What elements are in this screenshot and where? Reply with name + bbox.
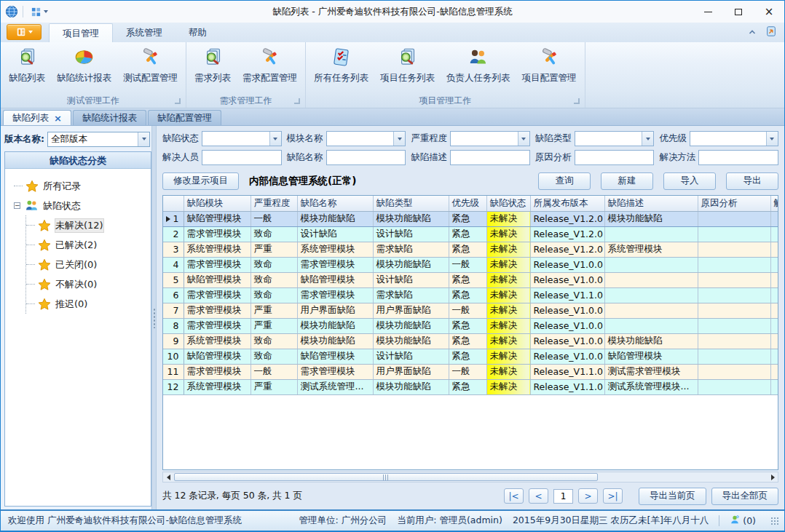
cell[interactable] [770,242,778,257]
table-row[interactable]: 1缺陷管理模块一般模块功能缺陷模块功能缺陷紧急未解决Release_V1.2.0… [163,211,778,226]
cell[interactable] [770,303,778,318]
table-row[interactable]: 9系统管理模块致命模块功能缺陷模块功能缺陷紧急未解决Release_V1.0.0… [163,333,778,349]
row-number-cell[interactable]: 6 [163,287,184,303]
cell[interactable] [698,257,770,272]
cell[interactable] [770,257,778,272]
table-row[interactable]: 7需求管理模块严重用户界面缺陷用户界面缺陷一般未解决Release_V1.0.0 [163,303,778,318]
column-header-2[interactable]: 缺陷名称 [297,196,373,211]
column-header-5[interactable]: 缺陷状态 [486,196,530,211]
cell[interactable]: 用户界面缺陷 [373,364,449,379]
cell[interactable]: 致命 [251,333,297,349]
cell[interactable]: 设计缺陷 [373,349,449,364]
cell[interactable]: 一般 [449,303,486,318]
about-icon[interactable] [765,25,777,40]
table-row[interactable]: 10缺陷管理模块致命缺陷管理模块设计缺陷紧急未解决Release_V1.0.0缺… [163,349,778,364]
cell[interactable]: 紧急 [449,333,486,349]
cell[interactable]: 严重 [251,318,297,333]
cell[interactable]: 模块功能缺陷 [604,333,698,349]
cell[interactable] [770,287,778,303]
table-row[interactable]: 6需求管理模块致命需求管理模块需求缺陷紧急未解决Release_V1.1.0 [163,287,778,303]
cell[interactable] [698,287,770,303]
export-button[interactable]: 导出 [726,172,778,190]
cell[interactable]: 模块功能缺陷 [297,333,373,349]
cell[interactable]: Release_V1.0.0 [530,272,604,287]
cell[interactable]: 一般 [449,257,486,272]
ribbon-button-owner-task-list[interactable]: 负责人任务列表 [441,45,516,87]
cell[interactable]: Release_V1.0.0 [530,303,604,318]
cell[interactable]: 未解决 [486,364,530,379]
filter-combo-severity[interactable] [450,131,530,146]
cell[interactable]: 缺陷管理模块 [297,272,373,287]
ribbon-button-defect-list[interactable]: 缺陷列表 [3,45,51,87]
table-row[interactable]: 11需求管理模块一般需求管理模块用户界面缺陷一般未解决Release_V1.1.… [163,364,778,379]
ribbon-button-project-task-list[interactable]: 项目任务列表 [374,45,441,87]
filter-input-resolver[interactable] [202,150,282,165]
column-header-9[interactable]: 解决方法 [770,196,778,211]
cell[interactable]: 致命 [251,272,297,287]
cell[interactable]: 紧急 [449,287,486,303]
cell[interactable] [770,333,778,349]
ribbon-button-all-task-list[interactable]: 所有任务列表 [308,45,374,87]
cell[interactable]: 模块功能缺陷 [297,211,373,226]
cell[interactable]: 致命 [251,287,297,303]
cell[interactable]: Release_V1.0.0 [530,257,604,272]
column-header-4[interactable]: 优先级 [449,196,486,211]
cell[interactable]: 设计缺陷 [373,226,449,242]
tree-item-wont-fix[interactable]: 不解决(0) [26,274,149,294]
ribbon-button-defect-stats-report[interactable]: 缺陷统计报表 [51,45,117,87]
cell[interactable] [698,333,770,349]
cell[interactable]: 设计缺陷 [297,226,373,242]
column-header-1[interactable]: 严重程度 [251,196,297,211]
filter-input-defect-name[interactable] [326,150,406,165]
row-number-cell[interactable]: 7 [163,303,184,318]
cell[interactable]: 需求管理模块 [297,257,373,272]
cell[interactable]: 模块功能缺陷 [604,211,698,226]
cell[interactable]: 模块功能缺陷 [373,333,449,349]
last-page-button[interactable]: >| [603,488,623,504]
cell[interactable] [698,379,770,394]
cell[interactable] [698,364,770,379]
chevron-down-icon[interactable] [269,132,281,146]
cell[interactable]: 需求管理模块 [184,318,251,333]
table-row[interactable]: 8需求管理模块严重模块功能缺陷模块功能缺陷紧急未解决Release_V1.0.0 [163,318,778,333]
row-number-cell[interactable]: 11 [163,364,184,379]
maximize-button[interactable] [723,1,754,23]
cell[interactable]: 模块功能缺陷 [373,318,449,333]
cell[interactable]: 缺陷管理模块 [184,211,251,226]
doc-tab-defect-config[interactable]: 缺陷配置管理 [148,110,221,125]
cell[interactable]: Release_V1.1.0 [530,379,604,394]
cell[interactable]: Release_V1.0.0 [530,349,604,364]
row-number-cell[interactable]: 12 [163,379,184,394]
tree-item-defect-status[interactable]: −缺陷状态 [14,196,149,215]
row-number-cell[interactable]: 9 [163,333,184,349]
cell[interactable]: 系统管理模块 [604,242,698,257]
cell[interactable] [770,364,778,379]
cell[interactable]: 缺陷管理模块 [184,349,251,364]
column-header-7[interactable]: 缺陷描述 [604,196,698,211]
cell[interactable]: 系统管理模块 [297,242,373,257]
new-button[interactable]: 新建 [601,172,653,190]
row-number-cell[interactable]: 1 [163,211,184,226]
ribbon-tab-系统管理[interactable]: 系统管理 [113,23,175,42]
horizontal-scrollbar[interactable] [162,472,778,483]
cell[interactable] [604,257,698,272]
cell[interactable]: 需求缺陷 [373,242,449,257]
row-number-cell[interactable]: 3 [163,242,184,257]
filter-combo-defect-type[interactable] [575,131,655,146]
import-button[interactable]: 导入 [663,172,716,190]
first-page-button[interactable]: |< [504,488,524,504]
cell[interactable]: 一般 [251,364,297,379]
cell[interactable]: 紧急 [449,226,486,242]
cell[interactable]: 未解决 [486,379,530,394]
tree-item-closed[interactable]: 已关闭(0) [26,255,149,274]
quick-access-toolbar[interactable] [28,5,51,19]
cell[interactable] [698,226,770,242]
table-row[interactable]: 3系统管理模块严重系统管理模块需求缺陷紧急未解决Release_V1.2.0系统… [163,242,778,257]
cell[interactable] [604,226,698,242]
defect-table[interactable]: 缺陷模块严重程度缺陷名称缺陷类型优先级缺陷状态所属发布版本缺陷描述原因分析解决方… [162,195,778,470]
cell[interactable]: 未解决 [486,211,530,226]
cell[interactable]: 系统管理模块 [184,379,251,394]
cell[interactable]: 模块功能缺陷 [373,257,449,272]
filter-input-cause-analysis[interactable] [575,150,655,165]
cell[interactable]: Release_V1.2.0 [530,242,604,257]
